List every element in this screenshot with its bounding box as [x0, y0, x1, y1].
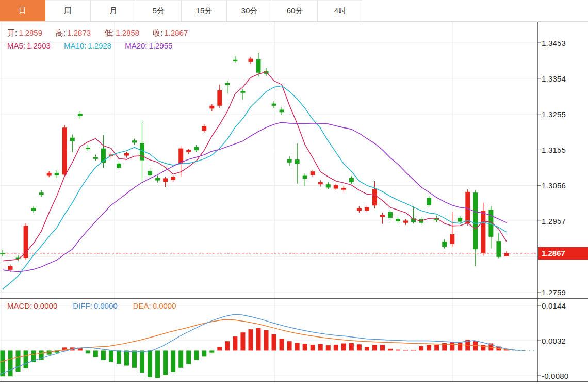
tab-timeframe-2[interactable]: 月: [91, 0, 136, 21]
legend-item: 低:1.2858: [104, 28, 139, 38]
ma10-line: [3, 86, 507, 289]
dea-line: [0, 319, 525, 362]
legend-item: 开:1.2859: [7, 28, 42, 38]
legend-item: 收:1.2867: [153, 28, 188, 38]
axis-tick-label: 1.3056: [542, 181, 566, 190]
tab-timeframe-4[interactable]: 15分: [182, 0, 227, 21]
axis-tick-label: -0.0080: [542, 372, 568, 380]
legend-item: MACD:0.0000: [7, 301, 57, 310]
timeframe-tab-bar: 日周月5分15分30分60分4时: [0, 0, 588, 22]
candlestick-chart-canvas: [0, 0, 588, 385]
tab-timeframe-6[interactable]: 60分: [272, 0, 318, 21]
legend-item: DEA:0.0000: [133, 301, 176, 310]
axis-tick-label: 1.3255: [542, 109, 566, 118]
tab-timeframe-1[interactable]: 周: [45, 0, 91, 21]
panel-borders: [0, 21, 588, 382]
trading-chart-app: 日周月5分15分30分60分4时 开:1.2859高:1.2873低:1.285…: [0, 0, 588, 385]
tab-timeframe-0[interactable]: 日: [0, 0, 45, 21]
axis-tick-label: 0.0032: [542, 336, 566, 345]
macd-histogram: [1, 328, 509, 378]
ma5-line: [3, 72, 507, 261]
ma-legend: MA5:1.2903MA10:1.2928MA20:1.2955: [7, 41, 172, 50]
axis-tick-label: 1.2957: [542, 217, 566, 226]
tab-timeframe-7[interactable]: 4时: [318, 0, 363, 21]
legend-item: 高:1.2873: [56, 28, 91, 38]
axis-tick-label: 1.2759: [542, 288, 566, 297]
tab-timeframe-3[interactable]: 5分: [136, 0, 182, 21]
current-price-value: 1.2867: [538, 249, 565, 258]
axis-tick-label: 1.3354: [542, 74, 566, 83]
candlesticks: [1, 53, 509, 272]
macd-legend: MACD:0.0000DIFF:0.0000DEA:0.0000: [7, 301, 176, 310]
ma20-line: [3, 122, 507, 272]
ohlc-legend: 开:1.2859高:1.2873低:1.2858收:1.2867: [7, 28, 188, 38]
legend-item: MA10:1.2928: [64, 41, 111, 50]
tab-timeframe-5[interactable]: 30分: [227, 0, 272, 21]
axis-tick-label: 1.3453: [542, 39, 566, 47]
legend-item: DIFF:0.0000: [73, 301, 117, 310]
legend-item: MA20:1.2955: [125, 41, 172, 50]
axis-tick-label: 0.0144: [542, 301, 566, 310]
current-price-badge: 1.2867: [538, 247, 588, 260]
axis-tick-label: 1.3155: [542, 146, 566, 154]
legend-item: MA5:1.2903: [7, 41, 51, 50]
axis-tick-marks: [537, 43, 541, 376]
